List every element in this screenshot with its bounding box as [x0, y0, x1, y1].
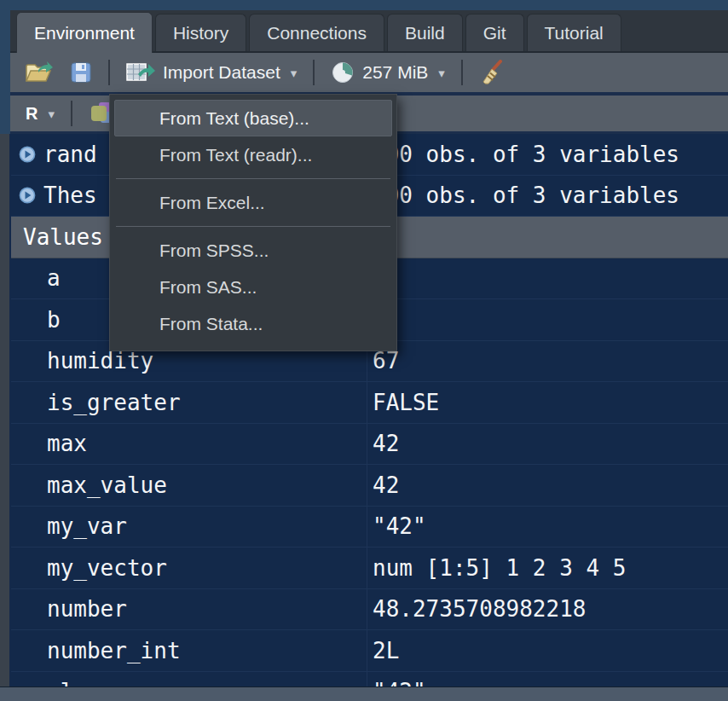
import-dataset-menu: From Text (base)...From Text (readr)...F… [109, 94, 397, 351]
r-language-label: R [26, 104, 38, 124]
tab-label: Environment [34, 23, 135, 43]
tab-bar: EnvironmentHistoryConnectionsBuildGitTut… [10, 10, 728, 53]
variable-name: max_value [47, 472, 167, 498]
variable-name-cell: is_greater [11, 382, 367, 423]
memory-usage-button[interactable]: 257 MiB ▾ [324, 58, 452, 87]
tab-connections[interactable]: Connections [249, 14, 384, 51]
variable-value: 2L [367, 638, 399, 663]
variable-name-cell: plan [11, 672, 367, 687]
variable-name-cell: max_value [11, 465, 367, 506]
variable-name: humidity [47, 348, 153, 374]
tab-history[interactable]: History [155, 14, 246, 51]
environment-row[interactable]: max42 [11, 424, 728, 466]
memory-usage-label: 257 MiB [362, 62, 428, 83]
variable-name: is_greater [47, 390, 181, 415]
environment-row[interactable]: max_value42 [11, 465, 728, 507]
menu-item-from-spss[interactable]: From SPSS... [114, 232, 392, 269]
variable-value: 48.2735708982218 [367, 596, 586, 622]
variable-name-cell: number_int [11, 630, 367, 671]
import-dataset-label: Import Dataset [163, 62, 280, 83]
environment-row[interactable]: plan"42" [11, 672, 728, 687]
tab-label: History [173, 23, 228, 43]
variable-value: "42" [367, 513, 426, 539]
open-workspace-button[interactable] [17, 58, 60, 87]
variable-name: number [47, 596, 127, 622]
variable-name: number_int [47, 638, 181, 663]
environment-row[interactable]: my_var"42" [11, 507, 728, 548]
variable-name: my_vector [47, 555, 167, 581]
variable-name: a [47, 265, 61, 291]
tab-tutorial[interactable]: Tutorial [527, 14, 621, 51]
tab-label: Git [483, 23, 506, 43]
object-value: 100 obs. of 3 variables [367, 182, 679, 208]
environment-row[interactable]: is_greaterFALSE [11, 382, 728, 424]
tab-label: Connections [267, 23, 367, 43]
clear-workspace-button[interactable] [472, 57, 511, 88]
tab-environment[interactable]: Environment [16, 12, 153, 53]
expand-icon[interactable] [19, 146, 36, 163]
menu-item-from-stata[interactable]: From Stata... [114, 305, 392, 342]
variable-value: "42" [367, 679, 426, 687]
variable-name: max [47, 431, 87, 456]
object-name: Thes [43, 182, 97, 208]
variable-name: plan [47, 679, 101, 687]
object-value: 100 obs. of 3 variables [367, 142, 679, 167]
memory-pie-icon [331, 61, 355, 84]
pane-splitter[interactable] [0, 687, 728, 701]
menu-item-from-excel[interactable]: From Excel... [114, 184, 392, 221]
chevron-down-icon: ▾ [291, 67, 298, 79]
variable-value: 67 [367, 348, 399, 374]
object-name: rand [43, 142, 97, 167]
toolbar-separator [71, 101, 72, 126]
tab-git[interactable]: Git [465, 14, 524, 51]
import-dataset-icon [126, 61, 155, 84]
variable-value: num [1:5] 1 2 3 4 5 [367, 555, 626, 581]
menu-item-from-text-readr[interactable]: From Text (readr)... [114, 136, 392, 173]
variable-value: FALSE [367, 390, 439, 415]
environment-toolbar: Import Dataset ▾ 257 MiB ▾ [10, 53, 728, 96]
variable-name: my_var [47, 513, 127, 539]
tab-label: Tutorial [545, 23, 604, 43]
save-workspace-button[interactable] [63, 59, 99, 86]
chevron-down-icon: ▾ [48, 107, 55, 120]
variable-value: 42 [367, 431, 399, 456]
menu-item-from-text-base[interactable]: From Text (base)... [114, 100, 392, 136]
variable-name-cell: max [11, 424, 367, 465]
environment-row[interactable]: number_int2L [11, 630, 728, 672]
toolbar-separator [108, 60, 110, 85]
tab-label: Build [405, 23, 445, 43]
variable-name-cell: my_vector [11, 547, 367, 588]
variable-name-cell: my_var [11, 507, 367, 547]
r-environment-selector[interactable]: R ▾ [19, 101, 61, 126]
expand-icon[interactable] [19, 187, 36, 204]
menu-separator [116, 226, 390, 227]
menu-separator [116, 178, 390, 179]
environment-row[interactable]: my_vectornum [1:5] 1 2 3 4 5 [11, 547, 728, 589]
tab-build[interactable]: Build [387, 14, 463, 51]
toolbar-separator [313, 60, 315, 85]
broom-icon [479, 60, 505, 85]
chevron-down-icon: ▾ [438, 67, 445, 79]
menu-item-from-sas[interactable]: From SAS... [114, 269, 392, 305]
section-label: Values [23, 224, 103, 250]
environment-row[interactable]: number48.2735708982218 [11, 589, 728, 631]
variable-value: 42 [367, 472, 399, 498]
save-icon [70, 61, 92, 84]
pane-left-gutter [0, 134, 10, 687]
variable-name-cell: number [11, 589, 367, 630]
folder-open-icon [24, 61, 53, 84]
toolbar-separator [461, 60, 463, 85]
import-dataset-button[interactable]: Import Dataset ▾ [119, 59, 303, 86]
variable-name: b [47, 307, 61, 333]
